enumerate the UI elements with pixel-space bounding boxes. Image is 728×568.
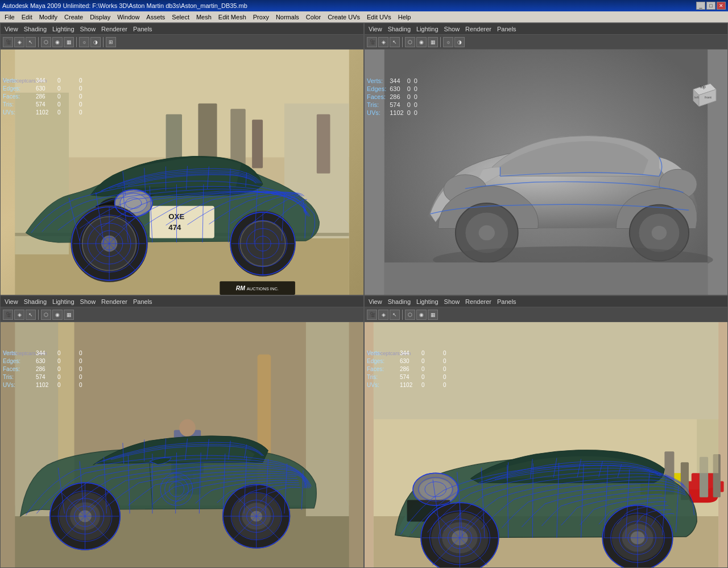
vp-tl-menu-renderer[interactable]: Renderer [100, 26, 129, 32]
vp-br-menu-lighting[interactable]: Lighting [415, 298, 440, 305]
svg-rect-135 [374, 322, 718, 419]
vp-br-canvas[interactable]: © conceptcars.com Verts:34400 Edges:6300… [365, 322, 727, 567]
vp-tr-menu-panels[interactable]: Panels [495, 26, 518, 32]
vp-tr-menu-show[interactable]: Show [442, 26, 462, 32]
menu-mesh[interactable]: Mesh [193, 13, 215, 22]
vp-br-shade-icon[interactable]: ◉ [416, 310, 427, 320]
vp-br-tex-icon[interactable]: ▦ [428, 310, 438, 320]
vp-bl-menu-view[interactable]: View [3, 298, 20, 305]
vp-tr-select-icon[interactable]: ↖ [390, 37, 400, 47]
maximize-button[interactable]: □ [706, 2, 715, 10]
vp-tr-menu-renderer[interactable]: Renderer [464, 26, 493, 32]
svg-rect-70 [384, 262, 708, 295]
svg-rect-11 [150, 206, 214, 238]
viewport-top-right[interactable]: View Shading Lighting Show Renderer Pane… [364, 23, 728, 295]
smooth-shade-icon[interactable]: ◉ [52, 37, 63, 47]
menu-file[interactable]: File [1, 13, 18, 22]
vp-tr-menu-shading[interactable]: Shading [386, 26, 412, 32]
vp-bl-wire-icon[interactable]: ⬡ [41, 310, 51, 320]
grid-icon[interactable]: ⊞ [106, 37, 116, 47]
menu-createuvs[interactable]: Create UVs [324, 13, 363, 22]
navigation-cube[interactable]: top left front [688, 78, 722, 112]
menu-edit[interactable]: Edit [18, 13, 36, 22]
separator [38, 37, 39, 47]
close-button[interactable]: ✕ [717, 2, 726, 10]
menu-display[interactable]: Display [86, 13, 114, 22]
menu-proxy[interactable]: Proxy [250, 13, 272, 22]
vp-bl-select-icon[interactable]: ↖ [26, 310, 36, 320]
wireframe-icon[interactable]: ⬡ [41, 37, 51, 47]
vp-tr-wire-icon[interactable]: ⬡ [405, 37, 415, 47]
vp-bl-shade-icon[interactable]: ◉ [52, 310, 63, 320]
vp-tl-canvas[interactable]: OXE 474 [1, 50, 363, 295]
svg-text:left: left [694, 96, 699, 99]
menu-select[interactable]: Select [168, 13, 193, 22]
vp-tr-light-icon[interactable]: ☼ [443, 37, 453, 47]
vp-bl-persp-icon[interactable]: ◈ [14, 310, 24, 320]
svg-point-68 [652, 226, 667, 240]
vp-tr-persp-icon[interactable]: ◈ [378, 37, 388, 47]
vp-bl-menu-shading[interactable]: Shading [22, 298, 48, 305]
select-icon[interactable]: ↖ [26, 37, 36, 47]
vp-tl-menu-view[interactable]: View [3, 26, 20, 32]
vp-br-wire-icon[interactable]: ⬡ [405, 310, 415, 320]
vp-br-menu-renderer[interactable]: Renderer [464, 298, 493, 305]
vp-tr-shade-icon[interactable]: ◉ [416, 37, 427, 47]
vp-bl-menu-renderer[interactable]: Renderer [100, 298, 129, 305]
vp-bl-menu-panels[interactable]: Panels [131, 298, 154, 305]
svg-text:474: 474 [168, 223, 181, 232]
vp-br-toolbar: View Shading Lighting Show Renderer Pane… [365, 296, 727, 307]
vp-bl-menu-lighting[interactable]: Lighting [51, 298, 76, 305]
vp-tl-toolbar: View Shading Lighting Show Renderer Pane… [1, 23, 363, 35]
vp-br-persp-icon[interactable]: ◈ [378, 310, 388, 320]
svg-text:top: top [700, 85, 706, 89]
vp-tr-sep2 [440, 37, 441, 47]
vp-tl-menu-show[interactable]: Show [78, 26, 98, 32]
vp-tl-menu-lighting[interactable]: Lighting [51, 26, 76, 32]
vp-br-camera-icon[interactable]: 🎥 [367, 310, 377, 320]
svg-text:RM: RM [236, 285, 246, 291]
vp-bl-camera-icon[interactable]: 🎥 [3, 310, 13, 320]
separator2 [76, 37, 77, 47]
vp-tr-shadow-icon[interactable]: ◑ [454, 37, 465, 47]
menu-assets[interactable]: Assets [143, 13, 168, 22]
viewport-top-left[interactable]: View Shading Lighting Show Renderer Pane… [0, 23, 364, 295]
vp-tr-tex-icon[interactable]: ▦ [428, 37, 438, 47]
camera-icon[interactable]: 🎥 [3, 37, 13, 47]
vp-bl-sep1 [38, 310, 39, 320]
minimize-button[interactable]: _ [696, 2, 705, 10]
svg-text:AUCTIONS INC.: AUCTIONS INC. [247, 286, 279, 291]
vp-bl-menu-show[interactable]: Show [78, 298, 98, 305]
menu-window[interactable]: Window [114, 13, 143, 22]
menu-modify[interactable]: Modify [36, 13, 61, 22]
menu-help[interactable]: Help [395, 13, 415, 22]
vp-tr-canvas[interactable]: Verts:34400 Edges:63000 Faces:28600 Tris… [365, 50, 727, 295]
viewport-bottom-left[interactable]: View Shading Lighting Show Renderer Pane… [0, 295, 364, 568]
vp-br-menu-view[interactable]: View [367, 298, 384, 305]
vp-bl-iconbar: 🎥 ◈ ↖ ⬡ ◉ ▦ [1, 307, 363, 322]
vp-tr-menu-lighting[interactable]: Lighting [415, 26, 440, 32]
vp-bl-tex-icon[interactable]: ▦ [64, 310, 74, 320]
vp-tr-toolbar: View Shading Lighting Show Renderer Pane… [365, 23, 727, 35]
texture-icon[interactable]: ▦ [64, 37, 74, 47]
vp-tr-menu-view[interactable]: View [367, 26, 384, 32]
vp-br-iconbar: 🎥 ◈ ↖ ⬡ ◉ ▦ [365, 307, 727, 322]
menu-editmesh[interactable]: Edit Mesh [215, 13, 250, 22]
vp-tl-menu-panels[interactable]: Panels [131, 26, 154, 32]
vp-bl-canvas[interactable]: © conceptcars.com Verts:34400 Edges:6300… [1, 322, 363, 567]
vp-tl-menu-shading[interactable]: Shading [22, 26, 48, 32]
vp-br-menu-shading[interactable]: Shading [386, 298, 412, 305]
menu-edituvs[interactable]: Edit UVs [363, 13, 395, 22]
menu-normals[interactable]: Normals [272, 13, 303, 22]
vp-br-menu-panels[interactable]: Panels [495, 298, 518, 305]
menu-color[interactable]: Color [303, 13, 324, 22]
lights-icon[interactable]: ☼ [79, 37, 89, 47]
vp-br-select-icon[interactable]: ↖ [390, 310, 400, 320]
shadows-icon[interactable]: ◑ [90, 37, 101, 47]
viewport-bottom-right[interactable]: View Shading Lighting Show Renderer Pane… [364, 295, 728, 568]
menu-bar: File Edit Modify Create Display Window A… [0, 11, 728, 23]
vp-br-menu-show[interactable]: Show [442, 298, 462, 305]
vp-tr-camera-icon[interactable]: 🎥 [367, 37, 377, 47]
perspective-icon[interactable]: ◈ [14, 37, 24, 47]
menu-create[interactable]: Create [61, 13, 86, 22]
